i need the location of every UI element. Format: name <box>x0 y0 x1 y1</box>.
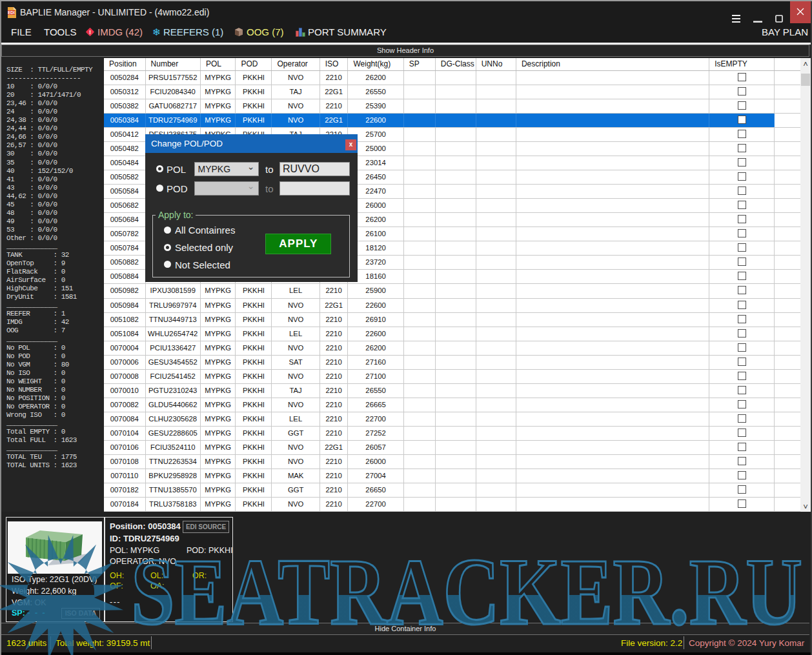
svg-text:!: ! <box>89 29 91 35</box>
svg-text:EDI: EDI <box>8 10 15 15</box>
